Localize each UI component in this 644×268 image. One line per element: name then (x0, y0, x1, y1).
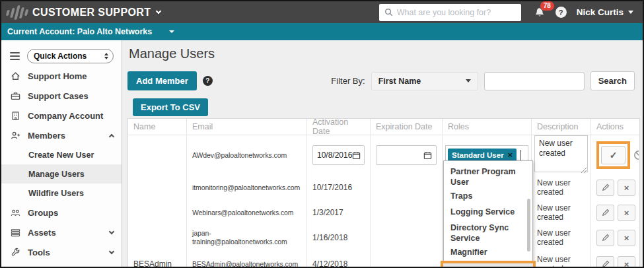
filter-by-label: Filter By: (331, 76, 365, 86)
sidebar-subitem-label: Manage Users (28, 170, 85, 179)
resize-grip-icon[interactable] (581, 168, 587, 173)
users-table: Name Email Activation Date Expiration Da… (127, 118, 640, 268)
edit-button[interactable] (596, 205, 614, 221)
export-csv-button[interactable]: Export To CSV (133, 98, 208, 116)
roles-option-highlighted[interactable]: BPA User (441, 261, 536, 268)
global-search-input[interactable] (397, 8, 516, 17)
cell-name (128, 225, 187, 250)
sidebar-item-members[interactable]: Members (1, 125, 122, 145)
confirm-button[interactable]: ✓ (601, 146, 626, 164)
cell-email: itmonitoring@paloaltonetworks.com (187, 175, 307, 200)
calendar-icon[interactable] (352, 151, 361, 160)
page-title: Manage Users (129, 46, 643, 61)
activation-date-value: 10/8/2016 (317, 151, 352, 160)
user-menu[interactable]: Nick Curtis (577, 7, 633, 17)
delete-button[interactable]: × (618, 205, 635, 221)
brand-logo-icon (5, 5, 29, 20)
remove-tag-icon[interactable]: × (508, 152, 513, 158)
building-icon (10, 111, 20, 121)
sidebar-item-create-new-user[interactable]: Create New User (1, 145, 122, 164)
brand-title[interactable]: CUSTOMER SUPPORT (32, 7, 151, 18)
activation-date-input[interactable]: 10/8/2016 (312, 145, 365, 165)
cell-description: New user created (532, 200, 591, 225)
cell-expiration (371, 250, 443, 268)
user-caret-icon (628, 11, 633, 14)
cell-expiration (371, 175, 443, 200)
account-caret-icon[interactable] (169, 30, 174, 33)
current-account-label: Current Account: (7, 27, 75, 36)
roles-option[interactable]: Directory Sync Service (444, 220, 532, 245)
sidebar-item-label: Tools (28, 248, 50, 257)
col-actions: Actions (591, 119, 639, 135)
sidebar-item-support-cases[interactable]: Support Cases (1, 86, 122, 106)
sidebar-item-manage-users[interactable]: Manage Users (1, 164, 122, 184)
cell-description: New user created (532, 225, 591, 250)
col-expiration-date: Expiration Date (371, 119, 443, 135)
expiration-date-input[interactable] (376, 145, 437, 165)
user-plus-icon (10, 131, 20, 141)
select-stepper-icon (104, 53, 108, 59)
cell-description: New user created (532, 250, 591, 268)
cell-email: japan-training@paloaltonetworks.com (187, 225, 307, 250)
cell-email: BESAdmin@paloaltonetworks.com (187, 250, 307, 268)
briefcase-icon (10, 91, 20, 101)
assets-stack-icon (10, 228, 20, 238)
filter-field-select[interactable]: First Name (371, 72, 478, 90)
table-row: itmonitoring@paloaltonetworks.com 10/17/… (128, 175, 639, 200)
search-icon (384, 8, 393, 17)
roles-option[interactable]: Logging Service (444, 205, 532, 218)
sidebar-item-company-account[interactable]: Company Account (1, 106, 122, 125)
highlight-box-confirm: ✓ (596, 141, 630, 169)
sidebar-item-assets[interactable]: Assets (1, 222, 122, 242)
sidebar: Quick Actions Support Home Support Cases (1, 40, 122, 268)
current-account-bar: Current Account: Palo Alto Networks (1, 23, 643, 40)
col-roles: Roles (443, 119, 532, 135)
cell-activation: 4/12/2018 (307, 250, 371, 268)
table-row: japan-training@paloaltonetworks.com 1/16… (128, 225, 639, 250)
cancel-ban-icon[interactable] (633, 150, 639, 160)
menu-icon[interactable] (10, 52, 20, 60)
search-button[interactable]: Search (590, 71, 635, 90)
dropdown-scrollbar[interactable] (527, 199, 530, 251)
home-icon (10, 71, 20, 81)
edit-button[interactable] (596, 230, 614, 246)
sidebar-item-label: Company Account (28, 111, 103, 121)
roles-option[interactable]: Traps (444, 189, 532, 203)
delete-button[interactable]: × (618, 180, 635, 196)
col-name: Name (128, 119, 187, 135)
chevron-down-icon[interactable] (109, 248, 114, 253)
delete-button[interactable]: × (618, 230, 635, 246)
sidebar-item-tools[interactable]: Tools (1, 242, 122, 262)
add-member-help-icon[interactable]: ? (203, 76, 213, 86)
sidebar-item-groups[interactable]: Groups (1, 203, 122, 222)
global-search[interactable] (379, 4, 521, 21)
help-button[interactable]: ? (555, 7, 567, 18)
user-name: Nick Curtis (577, 7, 624, 17)
table-row: Webinars@paloaltonetworks.com 1/3/2017 N… (128, 200, 639, 225)
chevron-down-icon[interactable] (109, 228, 114, 234)
quick-actions-select[interactable]: Quick Actions (27, 49, 114, 63)
edit-button[interactable] (596, 180, 614, 196)
col-email: Email (187, 119, 307, 135)
sidebar-item-support-home[interactable]: Support Home (1, 66, 122, 86)
roles-option[interactable]: Partner Program User (444, 164, 532, 189)
edit-button[interactable] (596, 256, 614, 268)
description-textarea[interactable]: New user created (534, 135, 588, 172)
delete-button[interactable]: × (618, 256, 635, 268)
brand-chevron-down-icon[interactable] (156, 9, 161, 14)
main-content: Manage Users Add Member ? Filter By: Fir… (122, 40, 643, 268)
sidebar-item-wildfire-users[interactable]: Wildfire Users (1, 184, 122, 203)
notifications-button[interactable]: 78 (534, 7, 546, 18)
roles-option[interactable]: Magnifier (444, 245, 532, 259)
filter-value-input[interactable] (484, 72, 585, 90)
text-cursor (520, 150, 520, 160)
table-row: AWdev@paloaltonetworks.com 10/8/2016 (128, 135, 639, 175)
wrench-icon (10, 248, 20, 257)
calendar-icon[interactable] (423, 151, 432, 160)
cell-email: Webinars@paloaltonetworks.com (187, 200, 307, 225)
add-member-button[interactable]: Add Member (127, 71, 197, 90)
chevron-up-icon[interactable] (109, 133, 114, 139)
filter-selected-value: First Name (378, 77, 421, 86)
role-tag-label: Standard User (452, 151, 504, 159)
roles-dropdown: Partner Program User Traps Logging Servi… (443, 160, 533, 268)
